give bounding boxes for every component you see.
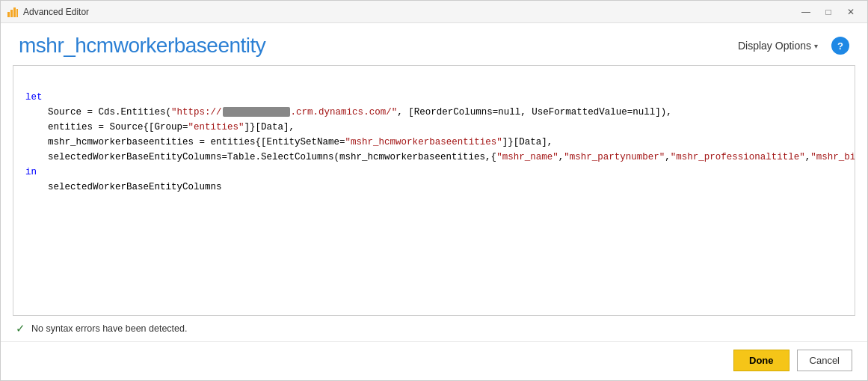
header-right: Display Options ▾ ? bbox=[732, 37, 849, 55]
display-options-button[interactable]: Display Options ▾ bbox=[732, 37, 824, 55]
chevron-down-icon: ▾ bbox=[814, 42, 818, 50]
var-entities: entities bbox=[48, 122, 93, 132]
redacted-url bbox=[223, 107, 290, 117]
status-text: No syntax errors have been detected. bbox=[31, 323, 187, 334]
var-mshr: mshr_hcmworkerbaseentities bbox=[48, 137, 194, 147]
minimize-button[interactable]: — bbox=[795, 4, 816, 19]
display-options-label: Display Options bbox=[738, 40, 811, 52]
svg-rect-2 bbox=[13, 7, 16, 17]
return-value: selectedWorkerBaseEntityColumns bbox=[48, 182, 222, 192]
done-button[interactable]: Done bbox=[733, 350, 789, 371]
keyword-let: let bbox=[25, 92, 43, 103]
var-source: Source bbox=[48, 107, 81, 118]
help-button[interactable]: ? bbox=[831, 37, 849, 55]
code-editor[interactable]: let Source = Cds.Entities("https:// .crm… bbox=[13, 66, 855, 315]
svg-rect-3 bbox=[16, 9, 18, 17]
cancel-button[interactable]: Cancel bbox=[797, 350, 852, 371]
window-title: Advanced Editor bbox=[23, 7, 89, 17]
title-bar: Advanced Editor — □ ✕ bbox=[1, 1, 867, 23]
close-button[interactable]: ✕ bbox=[840, 4, 861, 19]
checkmark-icon: ✓ bbox=[16, 322, 25, 335]
status-bar: ✓ No syntax errors have been detected. bbox=[1, 316, 867, 341]
footer: Done Cancel bbox=[1, 341, 867, 380]
svg-rect-1 bbox=[10, 10, 13, 17]
title-bar-controls: — □ ✕ bbox=[795, 4, 861, 19]
query-title: mshr_hcmworkerbaseentity bbox=[19, 34, 265, 58]
maximize-button[interactable]: □ bbox=[818, 4, 839, 19]
app-icon bbox=[7, 6, 19, 18]
var-selected: selectedWorkerBaseEntityColumns bbox=[48, 152, 222, 162]
advanced-editor-window: Advanced Editor — □ ✕ mshr_hcmworkerbase… bbox=[0, 0, 868, 381]
svg-rect-0 bbox=[7, 12, 10, 17]
header-section: mshr_hcmworkerbaseentity Display Options… bbox=[1, 23, 867, 65]
title-bar-left: Advanced Editor bbox=[7, 6, 89, 18]
code-editor-area: let Source = Cds.Entities("https:// .crm… bbox=[13, 65, 855, 316]
keyword-in: in bbox=[25, 167, 37, 177]
